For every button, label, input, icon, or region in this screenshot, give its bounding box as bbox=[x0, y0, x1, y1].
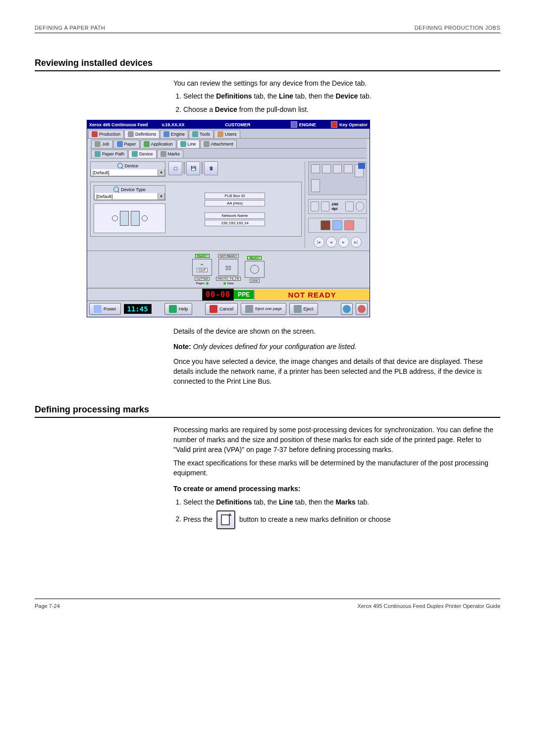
device-selector: Device ▼ bbox=[90, 161, 165, 177]
section1-step1: Select the Definitions tab, the Line tab… bbox=[183, 91, 500, 101]
help-button[interactable]: Help bbox=[164, 303, 193, 315]
app-customer: CUSTOMER bbox=[184, 122, 291, 127]
application-icon bbox=[144, 141, 150, 147]
users-icon bbox=[217, 131, 223, 137]
tab-users[interactable]: Users bbox=[214, 130, 240, 138]
tab-marks[interactable]: Marks bbox=[157, 150, 184, 158]
section2-step1: Select the Definitions tab, the Line tab… bbox=[183, 497, 500, 507]
section1-step2: Choose a Device from the pull-down list. bbox=[183, 104, 500, 115]
section2-title: Defining processing marks bbox=[35, 404, 500, 418]
paper-path-flow: READY ✂CUT CUTTER Pages NOT READY ▯▯ PRO… bbox=[87, 251, 370, 288]
device-type-dropdown-arrow[interactable]: ▼ bbox=[158, 193, 165, 200]
device-dropdown-arrow[interactable]: ▼ bbox=[158, 169, 165, 176]
key-operator-icon bbox=[331, 121, 337, 128]
view-icon[interactable] bbox=[311, 202, 319, 211]
palette-icon[interactable] bbox=[321, 220, 330, 230]
delete-icon: 🗑 bbox=[209, 166, 214, 171]
section1-note: Note: Only devices defined for your conf… bbox=[173, 342, 500, 352]
ready-tag: READY bbox=[247, 256, 262, 260]
flow-cutter: READY ✂CUT CUTTER Pages bbox=[192, 254, 212, 285]
tab-device[interactable]: Device bbox=[128, 150, 157, 158]
tab-job[interactable]: Job bbox=[91, 140, 113, 148]
flow-unwinder: READY UNW bbox=[245, 256, 265, 283]
not-ready-tag: NOT READY bbox=[218, 254, 239, 258]
app-window: Xerox 495 Continuous Feed v.19.XX.XX CUS… bbox=[87, 120, 370, 317]
footer-right: Xerox 495 Continuous Feed Duplex Printer… bbox=[357, 603, 500, 609]
new-button[interactable]: ▢ bbox=[168, 161, 182, 175]
tab-production[interactable]: Production bbox=[88, 130, 124, 138]
dpi-row: 240 dpi bbox=[308, 199, 367, 214]
tab-engine[interactable]: Engine bbox=[160, 130, 188, 138]
cancel-button[interactable]: Cancel bbox=[205, 303, 238, 315]
stop-icon bbox=[358, 305, 366, 313]
device-type-dropdown[interactable] bbox=[94, 193, 158, 200]
nav-last[interactable]: ▸| bbox=[351, 237, 362, 248]
search-icon bbox=[117, 163, 123, 168]
ppe-badge: PPE bbox=[234, 290, 254, 299]
power-icon[interactable] bbox=[356, 202, 364, 211]
plb-label: PLB Box ID bbox=[205, 193, 265, 199]
section2-para1: Processing marks are required by some po… bbox=[173, 425, 500, 455]
back-icon bbox=[343, 305, 351, 313]
header-right: DEFINING PRODUCTION JOBS bbox=[415, 25, 500, 31]
tabs-mid: Job Paper Application Line Attachment bbox=[90, 139, 367, 149]
save-button[interactable]: 💾 bbox=[186, 161, 200, 175]
device-dropdown[interactable] bbox=[91, 169, 158, 176]
ready-tag: READY bbox=[195, 254, 210, 258]
tab-line[interactable]: Line bbox=[177, 140, 200, 148]
color-row bbox=[308, 218, 367, 233]
flow-printer: NOT READY ▯▯ PROTO_TS_FR Data bbox=[216, 254, 241, 285]
footer-left: Page 7-24 bbox=[35, 603, 60, 609]
network-name-value: 192.192.192.14 bbox=[205, 220, 265, 226]
section1-after1: Details of the device are shown on the s… bbox=[173, 326, 500, 336]
zoom-icon[interactable] bbox=[321, 202, 329, 211]
titlebar: Xerox 495 Continuous Feed v.19.XX.XX CUS… bbox=[87, 120, 370, 129]
eject-one-page-button[interactable]: Eject one page bbox=[241, 303, 286, 315]
line-icon bbox=[180, 141, 186, 147]
tools-icon bbox=[192, 131, 198, 137]
section2-subhead: To create or amend processing marks: bbox=[173, 484, 500, 494]
header-left: DEFINING A PAPER PATH bbox=[35, 25, 106, 31]
help-icon bbox=[169, 305, 177, 313]
tag-icon[interactable] bbox=[332, 220, 342, 230]
back-button[interactable] bbox=[341, 303, 353, 315]
tab-paper-path[interactable]: Paper Path bbox=[91, 150, 128, 158]
tab-attachment[interactable]: Attachment bbox=[200, 140, 237, 148]
warning-icon[interactable] bbox=[344, 220, 354, 230]
device-icon bbox=[132, 151, 138, 157]
section1-title: Reviewing installed devices bbox=[35, 58, 500, 71]
nav-next[interactable]: ▸ bbox=[338, 237, 349, 248]
plb-value: AA (Hex) bbox=[205, 200, 265, 206]
network-name-label: Network Name bbox=[205, 212, 265, 219]
tab-application[interactable]: Application bbox=[140, 140, 176, 148]
section2-step2: Press the button to create a new marks d… bbox=[183, 510, 500, 529]
tab-tools[interactable]: Tools bbox=[189, 130, 214, 138]
new-icon: ▢ bbox=[173, 166, 178, 171]
delete-button[interactable]: 🗑 bbox=[204, 161, 218, 175]
eject-button[interactable]: Eject bbox=[289, 303, 318, 315]
clock: 11:45 bbox=[124, 304, 152, 314]
tab-definitions[interactable]: Definitions bbox=[124, 130, 160, 138]
nav-first[interactable]: |◂ bbox=[314, 237, 324, 248]
power-button[interactable]: Power bbox=[89, 303, 121, 315]
app-version: v.19.XX.XX bbox=[162, 122, 185, 127]
key-operator[interactable]: Key Operator bbox=[331, 121, 368, 128]
section1-after2: Once you have selected a device, the ima… bbox=[173, 356, 500, 387]
refresh-icon[interactable] bbox=[345, 202, 354, 211]
eject-one-icon bbox=[245, 305, 253, 313]
tab-paper[interactable]: Paper bbox=[113, 140, 140, 148]
section2-para2: The exact specifications for these marks… bbox=[173, 458, 500, 478]
nav-prev[interactable]: ◂ bbox=[326, 237, 337, 248]
device-type-label: Device Type bbox=[121, 187, 145, 192]
cancel-icon bbox=[210, 305, 217, 313]
attachment-icon bbox=[204, 141, 210, 147]
job-icon bbox=[95, 141, 101, 147]
device-label: Device bbox=[125, 163, 139, 168]
layout-grid[interactable] bbox=[308, 161, 367, 195]
separator bbox=[183, 161, 185, 174]
stop-button[interactable] bbox=[356, 303, 368, 315]
status-bar: 00-00 PPE NOT READY bbox=[87, 288, 370, 301]
corner-icon bbox=[358, 163, 365, 169]
app-title: Xerox 495 Continuous Feed bbox=[89, 122, 148, 127]
section1-intro: You can review the settings for any devi… bbox=[173, 78, 500, 88]
